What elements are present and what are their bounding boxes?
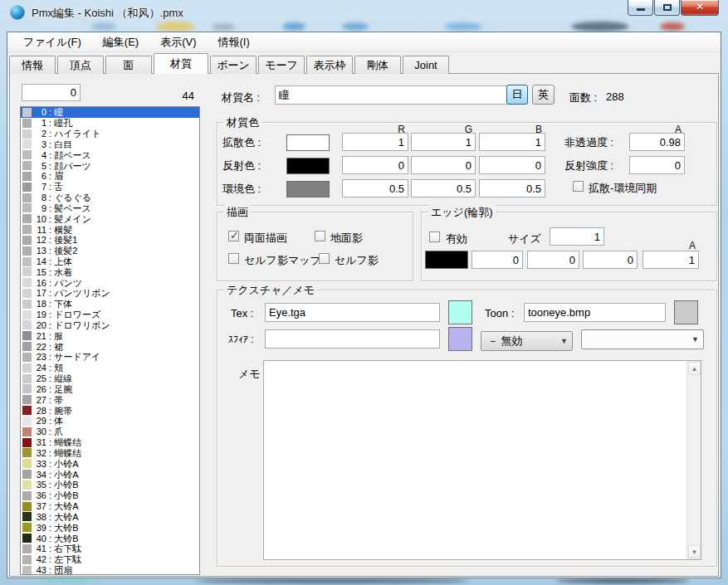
tex-input[interactable] <box>265 303 440 322</box>
material-list-item[interactable]: 11 : 横髪 <box>21 224 199 235</box>
diffuse-g-input[interactable] <box>411 133 476 151</box>
lang-japanese-button[interactable]: 日 <box>506 85 528 105</box>
edge-size-input[interactable] <box>550 227 604 246</box>
material-list-item[interactable]: 1 : 瞳孔 <box>21 118 199 129</box>
diffuse-b-input[interactable] <box>479 133 545 151</box>
material-list-item[interactable]: 8 : ぐるぐる <box>21 193 199 203</box>
material-list-item[interactable]: 28 : 腕帯 <box>21 405 199 416</box>
material-list-item[interactable]: 27 : 帯 <box>21 394 199 405</box>
material-list-item[interactable]: 0 : 瞳 <box>21 107 199 118</box>
toon-input[interactable] <box>524 303 666 322</box>
self-shadow-checkbox[interactable] <box>319 253 330 264</box>
memo-textarea[interactable] <box>264 361 686 559</box>
material-list-item[interactable]: 6 : 眉 <box>21 171 199 182</box>
material-list-item[interactable]: 17 : パンツリボン <box>21 288 199 299</box>
tab-material[interactable]: 材質 <box>154 53 208 74</box>
material-list-item[interactable]: 34 : 小铃A <box>21 469 199 480</box>
ambient-g-input[interactable] <box>411 179 476 197</box>
material-list-item[interactable]: 12 : 後髪1 <box>21 235 199 246</box>
menu-item-view[interactable]: 表示(V) <box>149 32 207 52</box>
material-list-item[interactable]: 22 : 裙 <box>21 341 199 352</box>
tab-vertex[interactable]: 頂点 <box>57 56 104 74</box>
edge-g-input[interactable] <box>527 251 579 269</box>
menu-item-edit[interactable]: 編集(E) <box>92 32 149 52</box>
material-list-item[interactable]: 3 : 白目 <box>21 139 199 149</box>
material-list[interactable]: 0 : 瞳1 : 瞳孔2 : ハイライト3 : 白目4 : 顔ベース5 : 顔パ… <box>20 106 200 575</box>
material-list-item[interactable]: 25 : 縦線 <box>21 373 199 384</box>
edge-enabled-checkbox[interactable] <box>429 232 440 242</box>
material-list-item[interactable]: 42 : 左下駄 <box>21 554 199 565</box>
material-list-item[interactable]: 32 : 蝴蝶结 <box>21 448 199 459</box>
material-list-item[interactable]: 39 : 大铃B <box>21 522 199 533</box>
material-list-item[interactable]: 31 : 蝴蝶结 <box>21 437 199 448</box>
sphere-mode-dropdown[interactable]: － 無効 <box>481 331 573 351</box>
material-list-item[interactable]: 18 : 下体 <box>21 299 199 310</box>
ambient-color-swatch[interactable] <box>286 181 330 197</box>
toon-select-dropdown[interactable] <box>581 329 704 349</box>
material-list-item[interactable]: 15 : 水着 <box>21 266 199 277</box>
material-list-item[interactable]: 16 : パンツ <box>21 277 199 288</box>
diffuse-color-swatch[interactable] <box>286 134 330 151</box>
tex-preview-swatch[interactable] <box>448 300 472 324</box>
material-list-item[interactable]: 19 : ドロワーズ <box>21 310 199 320</box>
material-list-item[interactable]: 33 : 小铃A <box>21 458 199 469</box>
material-list-item[interactable]: 7 : 舌 <box>21 182 199 193</box>
ambient-b-input[interactable] <box>479 179 545 197</box>
edge-color-swatch[interactable] <box>425 251 468 269</box>
material-list-item[interactable]: 4 : 顔ベース <box>21 149 199 160</box>
tab-bone[interactable]: ボーン <box>210 56 257 74</box>
self-shadow-map-checkbox[interactable] <box>228 253 239 264</box>
edge-r-input[interactable] <box>471 251 523 269</box>
both-faces-checkbox[interactable] <box>228 231 239 241</box>
material-list-item[interactable]: 2 : ハイライト <box>21 129 199 139</box>
material-list-item[interactable]: 38 : 大铃A <box>21 511 199 522</box>
material-list-item[interactable]: 41 : 右下駄 <box>21 544 199 554</box>
material-list-item[interactable]: 43 : 団扇 <box>21 565 199 575</box>
material-list-item[interactable]: 35 : 小铃B <box>21 480 199 490</box>
lang-english-button[interactable]: 英 <box>532 85 555 105</box>
tab-frame[interactable]: 表示枠 <box>306 56 353 74</box>
tab-info[interactable]: 情報 <box>9 56 56 74</box>
sphere-input[interactable] <box>265 329 440 349</box>
minimize-button[interactable] <box>628 0 653 16</box>
diffuse-r-input[interactable] <box>342 133 408 151</box>
material-list-item[interactable]: 26 : 足腕 <box>21 384 199 395</box>
material-list-item[interactable]: 14 : 上体 <box>21 256 199 267</box>
memo-scrollbar[interactable]: ▲ ▼ <box>686 361 701 559</box>
close-button[interactable]: ✕ <box>681 0 719 16</box>
material-list-item[interactable]: 24 : 頬 <box>21 363 199 373</box>
scroll-up-icon[interactable]: ▲ <box>688 362 701 375</box>
sphere-preview-swatch[interactable] <box>448 327 472 351</box>
diffuse-ambient-sync-checkbox[interactable] <box>573 181 584 192</box>
material-list-item[interactable]: 13 : 後髪2 <box>21 246 199 256</box>
material-list-item[interactable]: 23 : サードアイ <box>21 352 199 363</box>
material-list-item[interactable]: 21 : 服 <box>21 330 199 341</box>
scroll-down-icon[interactable]: ▼ <box>688 545 701 558</box>
menu-item-info[interactable]: 情報(I) <box>208 32 261 52</box>
specular-r-input[interactable] <box>342 156 408 174</box>
material-list-item[interactable]: 30 : 爪 <box>21 427 199 437</box>
material-list-item[interactable]: 37 : 大铃A <box>21 501 199 512</box>
toon-preview-swatch[interactable] <box>674 300 698 324</box>
ambient-r-input[interactable] <box>342 179 408 197</box>
material-index-input[interactable] <box>22 84 81 101</box>
material-list-item[interactable]: 36 : 小铃B <box>21 490 199 501</box>
material-list-item[interactable]: 40 : 大铃B <box>21 533 199 544</box>
specular-g-input[interactable] <box>411 156 476 174</box>
opacity-input[interactable] <box>629 133 685 151</box>
material-list-item[interactable]: 20 : ドロワリボン <box>21 320 199 331</box>
material-list-item[interactable]: 29 : 体 <box>21 416 199 427</box>
tab-rigid[interactable]: 剛体 <box>354 56 401 74</box>
maximize-button[interactable] <box>654 0 680 16</box>
specular-strength-input[interactable] <box>629 156 685 174</box>
material-list-item[interactable]: 10 : 髪メイン <box>21 213 199 224</box>
edge-b-input[interactable] <box>583 251 638 269</box>
material-list-item[interactable]: 5 : 顔パーツ <box>21 160 199 171</box>
tab-morph[interactable]: モーフ <box>258 56 305 74</box>
edge-a-input[interactable] <box>642 251 699 269</box>
ground-shadow-checkbox[interactable] <box>315 231 325 241</box>
material-list-item[interactable]: 9 : 髪ベース <box>21 202 199 213</box>
tab-face[interactable]: 面 <box>105 56 152 74</box>
specular-b-input[interactable] <box>479 156 545 174</box>
menu-item-file[interactable]: ファイル(F) <box>12 32 92 52</box>
